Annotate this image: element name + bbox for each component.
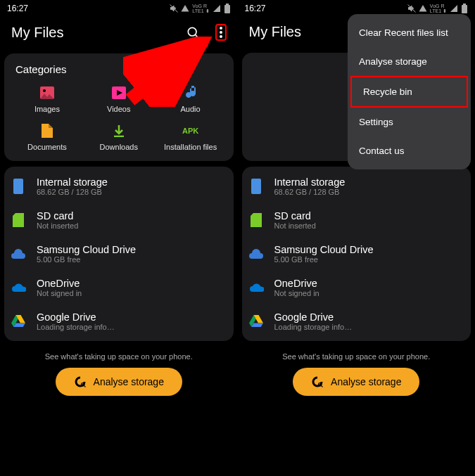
svg-rect-1 bbox=[226, 4, 229, 5]
phone-right: 16:27 VoG RLTE1 ⬍ My Files Internal stor… bbox=[238, 0, 476, 476]
storage-onedrive[interactable]: OneDrive Not signed in bbox=[4, 271, 234, 304]
footer-hint: See what's taking up space on your phone… bbox=[238, 352, 476, 361]
storage-name: Internal storage bbox=[37, 176, 108, 188]
storage-sub: Not signed in bbox=[274, 289, 319, 297]
menu-recycle-bin[interactable]: Recycle bin bbox=[350, 76, 468, 108]
svg-point-7 bbox=[43, 89, 46, 92]
storage-internal[interactable]: Internal storage 68.62 GB / 128 GB bbox=[242, 169, 471, 203]
menu-analyse-storage[interactable]: Analyse storage bbox=[348, 47, 471, 76]
apk-icon: APK bbox=[183, 123, 198, 139]
storage-sub: 5.00 GB free bbox=[274, 255, 374, 264]
svg-rect-11 bbox=[462, 5, 467, 13]
header: My Files bbox=[0, 17, 238, 53]
storage-internal[interactable]: Internal storage 68.62 GB / 128 GB bbox=[4, 169, 234, 203]
page-title: My Files bbox=[11, 25, 63, 41]
svg-rect-0 bbox=[224, 5, 230, 13]
svg-point-4 bbox=[220, 31, 222, 34]
google-drive-icon bbox=[248, 313, 265, 330]
storage-sub: Loading storage info… bbox=[37, 323, 115, 331]
storage-sub: Loading storage info… bbox=[274, 323, 353, 331]
sdcard-icon bbox=[248, 212, 265, 229]
category-label: Videos bbox=[107, 105, 130, 113]
status-time: 16:27 bbox=[7, 4, 28, 13]
svg-rect-13 bbox=[251, 179, 261, 194]
svg-rect-12 bbox=[463, 4, 466, 5]
header-actions bbox=[184, 24, 227, 41]
menu-settings[interactable]: Settings bbox=[348, 108, 471, 136]
svg-point-5 bbox=[220, 35, 222, 38]
status-bar: 16:27 VoG RLTE1 ⬍ bbox=[0, 0, 238, 17]
onedrive-icon bbox=[10, 279, 27, 296]
more-button[interactable] bbox=[215, 24, 227, 41]
phone-icon bbox=[10, 178, 27, 195]
google-drive-icon bbox=[10, 313, 27, 330]
categories-title: Categories bbox=[11, 63, 227, 75]
storage-samsung-cloud[interactable]: Samsung Cloud Drive 5.00 GB free bbox=[242, 237, 471, 271]
search-button[interactable] bbox=[184, 24, 201, 41]
search-icon bbox=[186, 25, 200, 39]
storage-sub: Not signed in bbox=[37, 289, 82, 297]
category-documents[interactable]: Documents bbox=[11, 123, 83, 151]
analyse-icon bbox=[311, 375, 324, 388]
category-label: Images bbox=[34, 105, 60, 113]
storage-card: Internal storage 68.62 GB / 128 GB SD ca… bbox=[4, 167, 234, 341]
sdcard-icon bbox=[10, 212, 27, 229]
storage-sub: Not inserted bbox=[274, 221, 316, 230]
storage-google-drive[interactable]: Google Drive Loading storage info… bbox=[4, 304, 234, 338]
analyse-storage-button[interactable]: Analyse storage bbox=[293, 368, 419, 396]
storage-sub: 5.00 GB free bbox=[37, 255, 136, 264]
storage-sdcard[interactable]: SD card Not inserted bbox=[242, 203, 471, 237]
storage-name: Internal storage bbox=[274, 176, 346, 188]
downloads-icon bbox=[111, 123, 127, 139]
storage-onedrive[interactable]: OneDrive Not signed in bbox=[242, 271, 471, 304]
status-icons: VoG RLTE1 ⬍ bbox=[407, 4, 468, 14]
category-installation[interactable]: APK Installation files bbox=[155, 123, 227, 151]
storage-name: OneDrive bbox=[274, 278, 319, 289]
categories-grid: Images Videos Audio Documents Downloads … bbox=[11, 85, 227, 151]
storage-sub: 68.62 GB / 128 GB bbox=[274, 188, 346, 196]
analyse-icon bbox=[74, 375, 87, 388]
footer-hint: See what's taking up space on your phone… bbox=[0, 352, 238, 361]
storage-name: SD card bbox=[37, 210, 78, 221]
storage-samsung-cloud[interactable]: Samsung Cloud Drive 5.00 GB free bbox=[4, 237, 234, 271]
svg-rect-9 bbox=[13, 179, 23, 194]
images-icon bbox=[39, 85, 55, 101]
status-icons: VoG RLTE1 ⬍ bbox=[170, 4, 230, 14]
storage-name: Samsung Cloud Drive bbox=[37, 244, 136, 255]
overflow-menu: Clear Recent files list Analyse storage … bbox=[348, 14, 471, 169]
page-title: My Files bbox=[249, 24, 301, 40]
menu-clear-recent[interactable]: Clear Recent files list bbox=[348, 18, 471, 47]
svg-point-3 bbox=[220, 27, 222, 30]
category-label: Installation files bbox=[164, 143, 217, 151]
storage-google-drive[interactable]: Google Drive Loading storage info… bbox=[242, 304, 471, 338]
cloud-icon bbox=[10, 245, 27, 262]
analyse-storage-button[interactable]: Analyse storage bbox=[56, 368, 182, 396]
category-label: Documents bbox=[27, 143, 67, 151]
svg-point-2 bbox=[188, 27, 196, 36]
status-time: 16:27 bbox=[245, 4, 266, 13]
audio-icon bbox=[183, 85, 198, 101]
storage-name: OneDrive bbox=[37, 278, 82, 289]
storage-name: Google Drive bbox=[37, 311, 115, 323]
category-images[interactable]: Images bbox=[11, 85, 83, 113]
storage-sub: Not inserted bbox=[37, 221, 78, 230]
storage-card: Internal storage 68.62 GB / 128 GB SD ca… bbox=[242, 167, 471, 341]
category-audio[interactable]: Audio bbox=[155, 85, 227, 113]
more-vertical-icon bbox=[220, 27, 222, 38]
phone-left: 16:27 VoG RLTE1 ⬍ My Files Categories Im… bbox=[0, 0, 238, 476]
categories-card: Categories Images Videos Audio Documents… bbox=[4, 53, 234, 161]
storage-sdcard[interactable]: SD card Not inserted bbox=[4, 203, 234, 237]
onedrive-icon bbox=[248, 279, 265, 296]
storage-sub: 68.62 GB / 128 GB bbox=[37, 188, 108, 196]
documents-icon bbox=[39, 123, 55, 139]
category-label: Downloads bbox=[100, 143, 138, 151]
storage-name: SD card bbox=[274, 210, 316, 221]
category-downloads[interactable]: Downloads bbox=[83, 123, 155, 151]
category-label: Audio bbox=[181, 105, 201, 113]
phone-icon bbox=[248, 178, 265, 195]
category-videos[interactable]: Videos bbox=[83, 85, 155, 113]
videos-icon bbox=[111, 85, 127, 101]
storage-name: Samsung Cloud Drive bbox=[274, 244, 374, 255]
cloud-icon bbox=[248, 245, 265, 262]
menu-contact-us[interactable]: Contact us bbox=[348, 136, 471, 165]
